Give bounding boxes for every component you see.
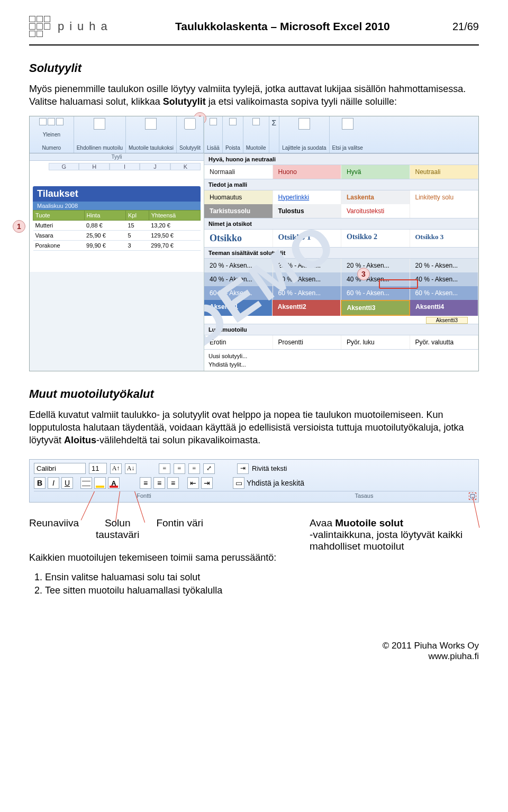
style-otsikko1[interactable]: Otsikko 1 (273, 230, 342, 247)
style-hyva[interactable]: Hyvä (341, 165, 410, 179)
ribbon-btn-lajittele[interactable]: Lajittele ja suodata (279, 116, 329, 153)
tooltip-aksentti3: Aksentti3 (426, 317, 468, 324)
style-pyorluku[interactable]: Pyör. luku (341, 335, 410, 349)
ribbon-btn-poista[interactable]: Poista (223, 116, 243, 153)
table-row: Vasara25,90 €5129,50 € (33, 230, 201, 240)
style-laskenta[interactable]: Laskenta (341, 190, 410, 204)
merge-icon[interactable]: ▭ (233, 477, 244, 489)
annotation-row: Reunaviiva Solun taustaväri Fontin väri … (29, 517, 479, 598)
ribbon-btn-ehdollinen[interactable]: Ehdollinen muotoilu (74, 116, 126, 153)
style-40-a4[interactable]: 40 % - Aksen... (410, 272, 479, 286)
style-prosentti[interactable]: Prosentti (273, 335, 342, 349)
table-row: Mutteri0,88 €1513,20 € (33, 220, 201, 230)
ribbon-btn-solutyylit[interactable]: Solutyylit (177, 116, 204, 153)
menu-uusi-solutyyli[interactable]: Uusi solutyyli... (208, 352, 474, 360)
ribbon-sigma[interactable]: Σ (269, 116, 280, 153)
style-huono[interactable]: Huono (273, 165, 342, 179)
logo-squares-icon (29, 16, 50, 37)
style-erotin[interactable]: Erotin (204, 335, 273, 349)
gallery-group-tiedot: Tiedot ja malli (204, 179, 478, 190)
page-header: piuha Taulukkolaskenta – Microsoft Excel… (29, 11, 479, 42)
align-top-icon[interactable]: ≡ (159, 463, 170, 474)
border-button[interactable] (80, 477, 92, 489)
ribbon-section-tasaus: Tasaus (254, 491, 474, 499)
wrap-text-icon[interactable]: ⇥ (237, 463, 249, 474)
style-tarkistussolu[interactable]: Tarkistussolu (204, 204, 273, 218)
gallery-group-teema: Teeman sisältävät solutyylit (204, 247, 478, 259)
brand-name: piuha (58, 20, 113, 33)
style-linkitetty[interactable]: Linkitetty solu (410, 190, 479, 204)
anno-label-reuna: Reunaviiva (29, 517, 79, 541)
align-left-icon[interactable]: ≡ (140, 477, 151, 489)
style-otsikko2[interactable]: Otsikko 2 (341, 230, 410, 247)
gallery-group-lukumuotoilu: Lukumuotoilu (204, 324, 478, 335)
style-aksentti4[interactable]: Aksentti4 (410, 300, 478, 316)
sheet-subtitle-cell: Maaliskuu 2008 (33, 202, 201, 210)
style-aksentti1[interactable]: Aksentti1 (204, 300, 273, 316)
wrap-text-label[interactable]: Rivitä teksti (252, 464, 287, 472)
align-center-icon[interactable]: ≡ (153, 477, 165, 489)
rule-intro: Kaikkien muotoilujen tekemiseen toimii s… (29, 551, 294, 564)
section1-paragraph: Myös pienemmille taulukon osille löytyy … (29, 83, 479, 108)
orientation-icon[interactable]: ⤢ (203, 463, 215, 474)
ribbon-btn-lisaa[interactable]: Lisää (204, 116, 223, 153)
style-20-a2[interactable]: 20 % - Aksen... (273, 259, 342, 272)
style-aksentti3[interactable]: Aksentti3 (341, 300, 411, 316)
worksheet-area: G H I J K Tilaukset Maaliskuu 2008 Tuote… (30, 161, 204, 272)
merge-label[interactable]: Yhdistä ja keskitä (247, 479, 304, 487)
style-hyperlinkki[interactable]: Hyperlinkki (273, 190, 342, 204)
style-normaali[interactable]: Normaali (204, 165, 273, 179)
font-size-input[interactable] (89, 463, 107, 474)
style-gallery: Lisää Poista Muotoile Σ Lajittele ja suo… (204, 116, 478, 371)
style-20-a1[interactable]: 20 % - Aksen... (204, 259, 273, 272)
table-row: Porakone99,90 €3299,70 € (33, 240, 201, 250)
callout-1: 1 (13, 220, 25, 233)
ribbon-btn-etsi[interactable]: Etsi ja valitse (330, 116, 366, 153)
rule-list: Ensin valitse haluamasi solu tai solut T… (45, 572, 294, 596)
grow-font-icon[interactable]: A↑ (110, 463, 122, 474)
screenshot-solutyylit: 1 2 3 DEMO Yleinen Numero Ehdollinen muo… (29, 116, 479, 371)
style-60-a2[interactable]: 60 % - Aksen... (273, 286, 342, 300)
font-color-button[interactable]: A (108, 477, 120, 489)
align-bot-icon[interactable]: ≡ (188, 463, 200, 474)
screenshot-font-ribbon: A↑ A↓ ≡ ≡ ≡ ⤢ ⇥ Rivitä teksti B I U A ≡ … (29, 459, 479, 503)
section-heading-solutyylit: Solutyylit (29, 61, 479, 75)
doc-title: Taulukkolaskenta – Microsoft Excel 2010 (113, 20, 452, 33)
style-20-a3[interactable]: 20 % - Aksen... (341, 259, 410, 272)
style-60-a4[interactable]: 60 % - Aksen... (410, 286, 479, 300)
indent-dec-icon[interactable]: ⇤ (187, 477, 199, 489)
ribbon-btn-muotoile-taulukoksi[interactable]: Muotoile taulukoksi (126, 116, 177, 153)
style-varoitus[interactable]: Varoitusteksti (341, 204, 410, 218)
fill-color-button[interactable] (94, 477, 106, 489)
style-20-a4[interactable]: 20 % - Aksen... (410, 259, 479, 272)
style-otsikko3[interactable]: Otsikko 3 (410, 230, 479, 247)
ribbon-section-fontti: Fontti (34, 491, 254, 499)
bold-button[interactable]: B (34, 477, 46, 489)
callout-3: 3 (357, 268, 370, 280)
style-60-a1[interactable]: 60 % - Aksen... (204, 286, 273, 300)
style-huomautus[interactable]: Huomautus (204, 190, 273, 204)
ribbon-group-numero: Yleinen Numero (30, 116, 74, 153)
ribbon-btn-muotoile[interactable]: Muotoile (243, 116, 269, 153)
style-otsikko[interactable]: Otsikko (204, 230, 273, 247)
style-40-a2[interactable]: 40 % - Aksen... (273, 272, 342, 286)
align-right-icon[interactable]: ≡ (167, 477, 179, 489)
underline-button[interactable]: U (61, 477, 73, 489)
gallery-group-nimet: Nimet ja otsikot (204, 218, 478, 230)
style-neutraali[interactable]: Neutraali (410, 165, 479, 179)
style-40-a1[interactable]: 40 % - Aksen... (204, 272, 273, 286)
anno-label-tausta: Solun taustaväri (96, 517, 139, 541)
menu-yhdista-tyylit[interactable]: Yhdistä tyylit... (208, 360, 474, 369)
style-aksentti2[interactable]: Aksentti2 (273, 300, 341, 316)
style-tulostus[interactable]: Tulostus (273, 204, 342, 218)
anno-right-text: Avaa Muotoile solut -valintaikkuna, jost… (310, 517, 479, 552)
section2-paragraph: Edellä kuvatut valmiit taulukko- ja solu… (29, 408, 479, 447)
align-mid-icon[interactable]: ≡ (174, 463, 185, 474)
sheet-title-cell: Tilaukset (33, 186, 201, 202)
style-pyorvaluutta[interactable]: Pyör. valuutta (410, 335, 479, 349)
indent-inc-icon[interactable]: ⇥ (201, 477, 213, 489)
shrink-font-icon[interactable]: A↓ (125, 463, 137, 474)
font-name-input[interactable] (34, 463, 86, 474)
ribbon-section-tyyli: Tyyli (30, 153, 204, 161)
italic-button[interactable]: I (48, 477, 59, 489)
